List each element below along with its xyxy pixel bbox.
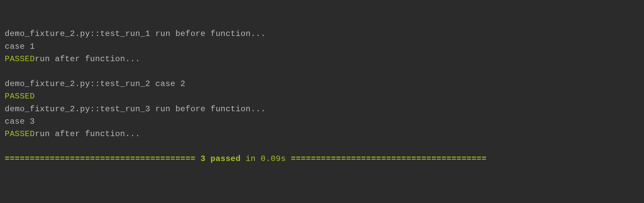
test-line: demo_fixture_2.py::test_run_1 run before… <box>5 29 266 38</box>
summary-duration: in 0.09s <box>240 154 291 163</box>
summary-line: ====================================== 3… <box>5 154 487 163</box>
test-line: demo_fixture_2.py::test_run_2 case 2 <box>5 79 185 88</box>
summary-rule-left: ====================================== <box>5 154 200 163</box>
test-case-line: case 1 <box>5 42 35 51</box>
passed-status: PASSED <box>5 54 35 64</box>
passed-status: PASSED <box>5 129 35 138</box>
after-function-text: run after function... <box>35 129 140 138</box>
test-line: demo_fixture_2.py::test_run_3 run before… <box>5 105 266 114</box>
passed-status: PASSED <box>5 92 35 101</box>
terminal-output: demo_fixture_2.py::test_run_1 run before… <box>5 28 639 165</box>
after-function-text: run after function... <box>35 54 140 64</box>
summary-rule-right: ======================================= <box>291 154 486 163</box>
summary-passed-count: 3 passed <box>200 154 240 163</box>
test-case-line: case 3 <box>5 117 35 126</box>
